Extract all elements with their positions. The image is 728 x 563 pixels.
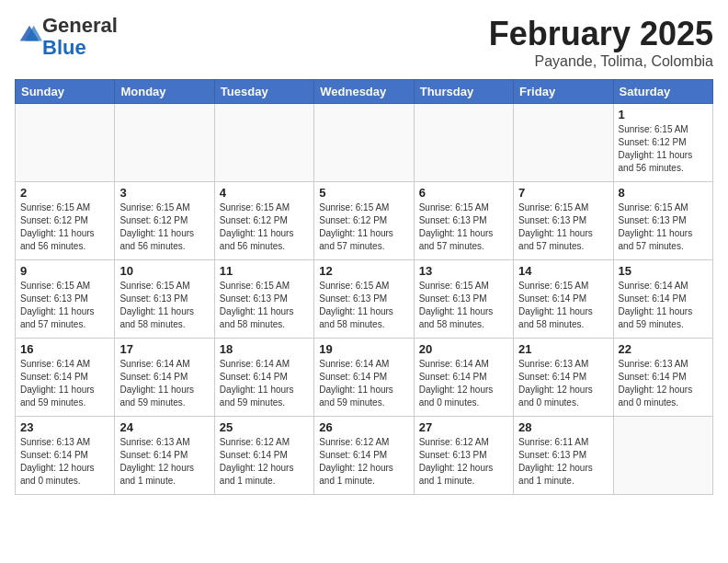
day-info: Sunrise: 6:13 AM Sunset: 6:14 PM Dayligh… (619, 358, 708, 409)
calendar-cell: 23Sunrise: 6:13 AM Sunset: 6:14 PM Dayli… (16, 417, 115, 495)
weekday-header-monday: Monday (115, 80, 214, 104)
day-number: 21 (518, 342, 608, 356)
day-info: Sunrise: 6:13 AM Sunset: 6:14 PM Dayligh… (20, 436, 109, 488)
day-info: Sunrise: 6:15 AM Sunset: 6:13 PM Dayligh… (20, 280, 109, 331)
calendar-cell: 20Sunrise: 6:14 AM Sunset: 6:14 PM Dayli… (414, 339, 513, 417)
logo: General Blue (15, 15, 118, 59)
day-info: Sunrise: 6:14 AM Sunset: 6:14 PM Dayligh… (619, 280, 708, 331)
weekday-header-thursday: Thursday (414, 80, 513, 104)
day-info: Sunrise: 6:15 AM Sunset: 6:12 PM Dayligh… (220, 201, 309, 253)
day-number: 25 (220, 420, 309, 434)
day-info: Sunrise: 6:15 AM Sunset: 6:13 PM Dayligh… (419, 201, 508, 253)
day-info: Sunrise: 6:15 AM Sunset: 6:14 PM Dayligh… (518, 280, 608, 331)
day-info: Sunrise: 6:14 AM Sunset: 6:14 PM Dayligh… (220, 358, 309, 409)
header: General Blue February 2025 Payande, Toli… (15, 15, 713, 70)
calendar-cell: 13Sunrise: 6:15 AM Sunset: 6:13 PM Dayli… (414, 260, 513, 339)
day-info: Sunrise: 6:11 AM Sunset: 6:13 PM Dayligh… (518, 436, 608, 488)
day-number: 2 (20, 186, 109, 200)
day-info: Sunrise: 6:15 AM Sunset: 6:12 PM Dayligh… (619, 123, 708, 175)
day-info: Sunrise: 6:12 AM Sunset: 6:14 PM Dayligh… (319, 436, 408, 488)
weekday-header-tuesday: Tuesday (214, 80, 313, 104)
week-row-4: 16Sunrise: 6:14 AM Sunset: 6:14 PM Dayli… (16, 339, 713, 417)
calendar-cell (214, 104, 313, 182)
calendar-cell (613, 417, 712, 495)
day-number: 24 (119, 420, 209, 434)
calendar-cell: 12Sunrise: 6:15 AM Sunset: 6:13 PM Dayli… (314, 260, 414, 339)
day-info: Sunrise: 6:12 AM Sunset: 6:14 PM Dayligh… (220, 436, 309, 488)
week-row-5: 23Sunrise: 6:13 AM Sunset: 6:14 PM Dayli… (16, 417, 713, 495)
calendar-cell: 11Sunrise: 6:15 AM Sunset: 6:13 PM Dayli… (214, 260, 313, 339)
weekday-header-saturday: Saturday (613, 80, 712, 104)
calendar-cell: 22Sunrise: 6:13 AM Sunset: 6:14 PM Dayli… (613, 339, 712, 417)
calendar-cell: 26Sunrise: 6:12 AM Sunset: 6:14 PM Dayli… (314, 417, 414, 495)
day-info: Sunrise: 6:15 AM Sunset: 6:12 PM Dayligh… (319, 201, 408, 253)
weekday-header-wednesday: Wednesday (314, 80, 414, 104)
day-info: Sunrise: 6:12 AM Sunset: 6:13 PM Dayligh… (419, 436, 508, 488)
logo-icon (17, 22, 42, 48)
day-info: Sunrise: 6:15 AM Sunset: 6:13 PM Dayligh… (518, 201, 608, 253)
day-number: 22 (619, 342, 708, 356)
day-number: 27 (419, 420, 508, 434)
day-number: 7 (518, 186, 608, 200)
day-info: Sunrise: 6:14 AM Sunset: 6:14 PM Dayligh… (419, 358, 508, 409)
calendar-cell: 2Sunrise: 6:15 AM Sunset: 6:12 PM Daylig… (16, 182, 115, 260)
calendar-cell (16, 104, 115, 182)
day-number: 8 (619, 186, 708, 200)
calendar-cell: 10Sunrise: 6:15 AM Sunset: 6:13 PM Dayli… (115, 260, 214, 339)
calendar-cell: 15Sunrise: 6:14 AM Sunset: 6:14 PM Dayli… (613, 260, 712, 339)
calendar-cell: 1Sunrise: 6:15 AM Sunset: 6:12 PM Daylig… (613, 104, 712, 182)
logo-blue: Blue (42, 36, 86, 59)
week-row-1: 1Sunrise: 6:15 AM Sunset: 6:12 PM Daylig… (16, 104, 713, 182)
calendar-cell: 5Sunrise: 6:15 AM Sunset: 6:12 PM Daylig… (314, 182, 414, 260)
day-number: 16 (20, 342, 109, 356)
calendar-cell: 18Sunrise: 6:14 AM Sunset: 6:14 PM Dayli… (214, 339, 313, 417)
month-title: February 2025 (489, 15, 713, 53)
day-info: Sunrise: 6:14 AM Sunset: 6:14 PM Dayligh… (20, 358, 109, 409)
logo-general: General (42, 14, 118, 37)
calendar: SundayMondayTuesdayWednesdayThursdayFrid… (15, 79, 713, 495)
day-number: 11 (220, 264, 309, 278)
day-number: 1 (619, 108, 708, 121)
day-number: 15 (619, 264, 708, 278)
day-info: Sunrise: 6:15 AM Sunset: 6:13 PM Dayligh… (220, 280, 309, 331)
calendar-cell: 19Sunrise: 6:14 AM Sunset: 6:14 PM Dayli… (314, 339, 414, 417)
calendar-cell (514, 104, 613, 182)
day-number: 26 (319, 420, 408, 434)
day-number: 17 (119, 342, 209, 356)
location-title: Payande, Tolima, Colombia (489, 53, 713, 70)
calendar-cell: 28Sunrise: 6:11 AM Sunset: 6:13 PM Dayli… (514, 417, 613, 495)
calendar-cell: 27Sunrise: 6:12 AM Sunset: 6:13 PM Dayli… (414, 417, 513, 495)
calendar-cell (314, 104, 414, 182)
day-number: 28 (518, 420, 608, 434)
day-number: 6 (419, 186, 508, 200)
calendar-cell: 24Sunrise: 6:13 AM Sunset: 6:14 PM Dayli… (115, 417, 214, 495)
day-info: Sunrise: 6:13 AM Sunset: 6:14 PM Dayligh… (518, 358, 608, 409)
day-number: 13 (419, 264, 508, 278)
title-area: February 2025 Payande, Tolima, Colombia (489, 15, 713, 70)
weekday-header-friday: Friday (514, 80, 613, 104)
weekday-header-sunday: Sunday (16, 80, 115, 104)
week-row-2: 2Sunrise: 6:15 AM Sunset: 6:12 PM Daylig… (16, 182, 713, 260)
calendar-cell: 14Sunrise: 6:15 AM Sunset: 6:14 PM Dayli… (514, 260, 613, 339)
day-number: 10 (119, 264, 209, 278)
calendar-cell: 8Sunrise: 6:15 AM Sunset: 6:13 PM Daylig… (613, 182, 712, 260)
day-number: 9 (20, 264, 109, 278)
day-number: 5 (319, 186, 408, 200)
day-info: Sunrise: 6:15 AM Sunset: 6:12 PM Dayligh… (20, 201, 109, 253)
day-info: Sunrise: 6:15 AM Sunset: 6:13 PM Dayligh… (119, 280, 209, 331)
day-info: Sunrise: 6:13 AM Sunset: 6:14 PM Dayligh… (119, 436, 209, 488)
day-number: 18 (220, 342, 309, 356)
day-info: Sunrise: 6:15 AM Sunset: 6:13 PM Dayligh… (419, 280, 508, 331)
day-info: Sunrise: 6:14 AM Sunset: 6:14 PM Dayligh… (119, 358, 209, 409)
calendar-cell (115, 104, 214, 182)
calendar-cell: 7Sunrise: 6:15 AM Sunset: 6:13 PM Daylig… (514, 182, 613, 260)
day-info: Sunrise: 6:14 AM Sunset: 6:14 PM Dayligh… (319, 358, 408, 409)
day-number: 12 (319, 264, 408, 278)
calendar-cell: 17Sunrise: 6:14 AM Sunset: 6:14 PM Dayli… (115, 339, 214, 417)
day-info: Sunrise: 6:15 AM Sunset: 6:13 PM Dayligh… (619, 201, 708, 253)
day-info: Sunrise: 6:15 AM Sunset: 6:12 PM Dayligh… (119, 201, 209, 253)
logo-text: General Blue (42, 15, 118, 59)
calendar-cell: 25Sunrise: 6:12 AM Sunset: 6:14 PM Dayli… (214, 417, 313, 495)
calendar-cell: 3Sunrise: 6:15 AM Sunset: 6:12 PM Daylig… (115, 182, 214, 260)
day-number: 14 (518, 264, 608, 278)
